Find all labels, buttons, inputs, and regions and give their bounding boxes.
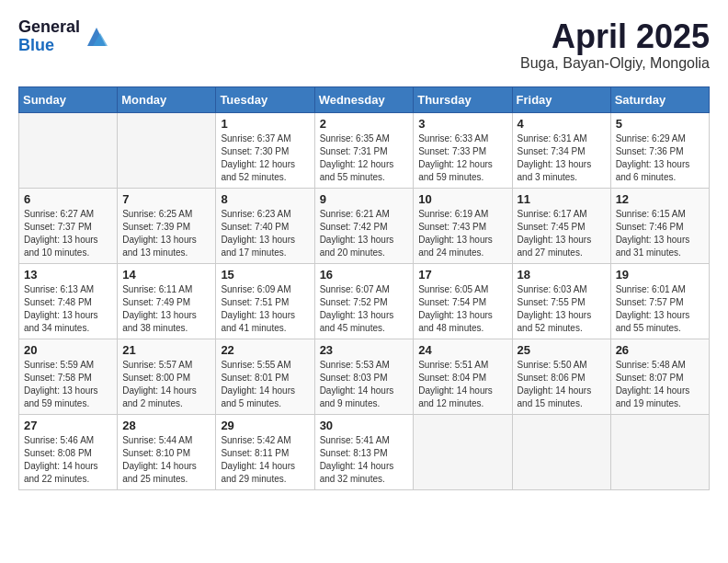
day-info: Sunrise: 6:05 AM Sunset: 7:54 PM Dayligh…	[418, 283, 506, 335]
day-number: 10	[418, 192, 506, 206]
day-info: Sunrise: 6:35 AM Sunset: 7:31 PM Dayligh…	[320, 132, 409, 184]
calendar-cell: 9Sunrise: 6:21 AM Sunset: 7:42 PM Daylig…	[314, 188, 414, 263]
weekday-header: Wednesday	[314, 86, 414, 112]
day-info: Sunrise: 5:50 AM Sunset: 8:06 PM Dayligh…	[518, 359, 606, 410]
day-info: Sunrise: 5:59 AM Sunset: 7:58 PM Dayligh…	[24, 359, 112, 410]
calendar-cell	[118, 112, 216, 188]
day-number: 7	[122, 192, 210, 206]
day-info: Sunrise: 6:25 AM Sunset: 7:39 PM Dayligh…	[122, 208, 210, 259]
day-info: Sunrise: 6:19 AM Sunset: 7:43 PM Dayligh…	[418, 208, 506, 259]
calendar-cell: 18Sunrise: 6:03 AM Sunset: 7:55 PM Dayli…	[512, 263, 610, 339]
day-number: 23	[320, 343, 409, 357]
day-number: 6	[24, 192, 112, 206]
day-info: Sunrise: 6:17 AM Sunset: 7:45 PM Dayligh…	[518, 208, 606, 259]
day-info: Sunrise: 6:21 AM Sunset: 7:42 PM Dayligh…	[320, 208, 409, 259]
calendar-cell: 25Sunrise: 5:50 AM Sunset: 8:06 PM Dayli…	[512, 339, 610, 414]
day-number: 16	[320, 268, 409, 282]
calendar-week-row: 6Sunrise: 6:27 AM Sunset: 7:37 PM Daylig…	[19, 188, 710, 263]
day-info: Sunrise: 6:33 AM Sunset: 7:33 PM Dayligh…	[418, 132, 506, 184]
day-number: 12	[616, 192, 704, 206]
calendar-cell: 5Sunrise: 6:29 AM Sunset: 7:36 PM Daylig…	[610, 112, 709, 188]
calendar-week-row: 20Sunrise: 5:59 AM Sunset: 7:58 PM Dayli…	[19, 339, 710, 414]
calendar-cell: 19Sunrise: 6:01 AM Sunset: 7:57 PM Dayli…	[610, 263, 709, 339]
calendar-cell: 8Sunrise: 6:23 AM Sunset: 7:40 PM Daylig…	[216, 188, 314, 263]
weekday-header: Monday	[118, 86, 216, 112]
calendar-cell: 3Sunrise: 6:33 AM Sunset: 7:33 PM Daylig…	[414, 112, 512, 188]
calendar-cell: 6Sunrise: 6:27 AM Sunset: 7:37 PM Daylig…	[19, 188, 118, 263]
calendar-cell: 20Sunrise: 5:59 AM Sunset: 7:58 PM Dayli…	[19, 339, 118, 414]
logo: General Blue	[18, 18, 109, 55]
day-number: 3	[418, 117, 506, 131]
location-subtitle: Buga, Bayan-Olgiy, Mongolia	[520, 55, 710, 72]
calendar-cell	[512, 414, 610, 489]
calendar-cell: 4Sunrise: 6:31 AM Sunset: 7:34 PM Daylig…	[512, 112, 610, 188]
day-number: 20	[24, 343, 112, 357]
month-year-title: April 2025	[520, 18, 710, 55]
day-number: 30	[320, 419, 409, 432]
logo-general-text: General	[18, 18, 80, 37]
weekday-header: Tuesday	[216, 86, 314, 112]
day-number: 5	[616, 117, 704, 131]
day-info: Sunrise: 5:55 AM Sunset: 8:01 PM Dayligh…	[221, 359, 309, 410]
calendar-week-row: 27Sunrise: 5:46 AM Sunset: 8:08 PM Dayli…	[19, 414, 710, 489]
day-number: 15	[221, 268, 309, 282]
day-info: Sunrise: 5:53 AM Sunset: 8:03 PM Dayligh…	[320, 359, 409, 410]
day-number: 19	[616, 268, 704, 282]
day-number: 21	[122, 343, 210, 357]
calendar-cell: 30Sunrise: 5:41 AM Sunset: 8:13 PM Dayli…	[314, 414, 414, 489]
day-info: Sunrise: 5:46 AM Sunset: 8:08 PM Dayligh…	[24, 434, 112, 486]
calendar-cell	[19, 112, 118, 188]
calendar-cell: 17Sunrise: 6:05 AM Sunset: 7:54 PM Dayli…	[414, 263, 512, 339]
day-info: Sunrise: 5:57 AM Sunset: 8:00 PM Dayligh…	[122, 359, 210, 410]
calendar-cell: 7Sunrise: 6:25 AM Sunset: 7:39 PM Daylig…	[118, 188, 216, 263]
calendar-cell	[414, 414, 512, 489]
calendar-cell: 2Sunrise: 6:35 AM Sunset: 7:31 PM Daylig…	[314, 112, 414, 188]
day-info: Sunrise: 6:11 AM Sunset: 7:49 PM Dayligh…	[122, 283, 210, 335]
calendar-cell: 15Sunrise: 6:09 AM Sunset: 7:51 PM Dayli…	[216, 263, 314, 339]
calendar-header-row: SundayMondayTuesdayWednesdayThursdayFrid…	[19, 86, 710, 112]
calendar-cell: 13Sunrise: 6:13 AM Sunset: 7:48 PM Dayli…	[19, 263, 118, 339]
calendar-cell: 23Sunrise: 5:53 AM Sunset: 8:03 PM Dayli…	[314, 339, 414, 414]
day-number: 2	[320, 117, 409, 131]
title-section: April 2025 Buga, Bayan-Olgiy, Mongolia	[520, 18, 710, 72]
calendar-week-row: 1Sunrise: 6:37 AM Sunset: 7:30 PM Daylig…	[19, 112, 710, 188]
calendar-cell: 29Sunrise: 5:42 AM Sunset: 8:11 PM Dayli…	[216, 414, 314, 489]
calendar-week-row: 13Sunrise: 6:13 AM Sunset: 7:48 PM Dayli…	[19, 263, 710, 339]
day-info: Sunrise: 6:23 AM Sunset: 7:40 PM Dayligh…	[221, 208, 309, 259]
day-number: 4	[518, 117, 606, 131]
day-info: Sunrise: 6:13 AM Sunset: 7:48 PM Dayligh…	[24, 283, 112, 335]
calendar-cell: 21Sunrise: 5:57 AM Sunset: 8:00 PM Dayli…	[118, 339, 216, 414]
day-info: Sunrise: 6:07 AM Sunset: 7:52 PM Dayligh…	[320, 283, 409, 335]
day-info: Sunrise: 5:51 AM Sunset: 8:04 PM Dayligh…	[418, 359, 506, 410]
day-info: Sunrise: 6:15 AM Sunset: 7:46 PM Dayligh…	[616, 208, 704, 259]
calendar-cell: 1Sunrise: 6:37 AM Sunset: 7:30 PM Daylig…	[216, 112, 314, 188]
day-info: Sunrise: 6:27 AM Sunset: 7:37 PM Dayligh…	[24, 208, 112, 259]
day-number: 25	[518, 343, 606, 357]
day-number: 27	[24, 419, 112, 432]
day-number: 22	[221, 343, 309, 357]
day-number: 13	[24, 268, 112, 282]
day-number: 26	[616, 343, 704, 357]
calendar-cell: 11Sunrise: 6:17 AM Sunset: 7:45 PM Dayli…	[512, 188, 610, 263]
day-number: 17	[418, 268, 506, 282]
day-info: Sunrise: 5:42 AM Sunset: 8:11 PM Dayligh…	[221, 434, 309, 486]
weekday-header: Thursday	[414, 86, 512, 112]
page-header: General Blue April 2025 Buga, Bayan-Olgi…	[18, 18, 710, 72]
day-info: Sunrise: 5:41 AM Sunset: 8:13 PM Dayligh…	[320, 434, 409, 486]
logo-blue-text: Blue	[18, 37, 80, 55]
weekday-header: Saturday	[610, 86, 709, 112]
logo-icon	[84, 24, 109, 50]
day-number: 14	[122, 268, 210, 282]
calendar-cell: 12Sunrise: 6:15 AM Sunset: 7:46 PM Dayli…	[610, 188, 709, 263]
day-number: 24	[418, 343, 506, 357]
day-number: 8	[221, 192, 309, 206]
day-number: 18	[518, 268, 606, 282]
day-info: Sunrise: 6:37 AM Sunset: 7:30 PM Dayligh…	[221, 132, 309, 184]
day-info: Sunrise: 5:44 AM Sunset: 8:10 PM Dayligh…	[122, 434, 210, 486]
day-info: Sunrise: 6:29 AM Sunset: 7:36 PM Dayligh…	[616, 132, 704, 184]
calendar-cell: 27Sunrise: 5:46 AM Sunset: 8:08 PM Dayli…	[19, 414, 118, 489]
day-info: Sunrise: 5:48 AM Sunset: 8:07 PM Dayligh…	[616, 359, 704, 410]
day-number: 28	[122, 419, 210, 432]
calendar-cell: 24Sunrise: 5:51 AM Sunset: 8:04 PM Dayli…	[414, 339, 512, 414]
calendar-cell: 28Sunrise: 5:44 AM Sunset: 8:10 PM Dayli…	[118, 414, 216, 489]
